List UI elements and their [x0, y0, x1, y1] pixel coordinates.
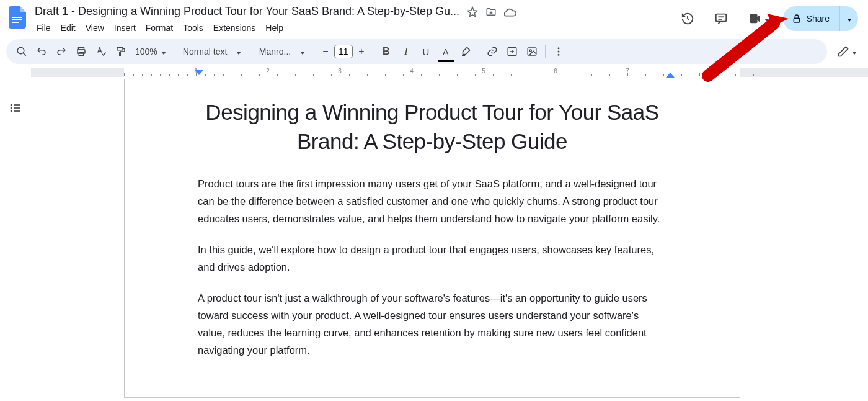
- document-paragraph[interactable]: Product tours are the first impression m…: [198, 175, 666, 227]
- paragraph-style-dropdown[interactable]: Normal text: [178, 47, 246, 56]
- menu-file[interactable]: File: [32, 20, 55, 35]
- svg-rect-24: [14, 107, 20, 109]
- print-icon[interactable]: [72, 43, 91, 60]
- share-dropdown-caret[interactable]: [839, 6, 858, 31]
- svg-point-21: [11, 104, 12, 106]
- separator: [373, 45, 373, 58]
- svg-rect-12: [117, 47, 123, 50]
- bold-button[interactable]: B: [377, 43, 396, 60]
- font-size-input[interactable]: [334, 45, 353, 58]
- document-title[interactable]: Draft 1 - Designing a Winning Product To…: [32, 4, 462, 19]
- svg-point-25: [11, 110, 12, 112]
- document-canvas[interactable]: Designing a Winning Product Tour for You…: [31, 79, 868, 399]
- comments-icon[interactable]: [709, 6, 733, 31]
- menu-format[interactable]: Format: [141, 20, 177, 35]
- svg-rect-6: [794, 18, 799, 22]
- title-area: Draft 1 - Designing a Winning Product To…: [32, 4, 675, 35]
- svg-point-23: [11, 107, 12, 109]
- document-outline-icon[interactable]: [5, 97, 26, 119]
- pencil-icon: [837, 45, 849, 58]
- document-paragraph[interactable]: In this guide, we'll explore how to desi…: [198, 241, 666, 276]
- svg-rect-22: [14, 104, 20, 106]
- workspace: Designing a Winning Product Tour for You…: [0, 79, 868, 399]
- italic-button[interactable]: I: [397, 43, 415, 60]
- svg-rect-16: [528, 48, 536, 55]
- meet-icon[interactable]: [742, 6, 774, 31]
- underline-button[interactable]: U: [417, 43, 435, 60]
- svg-point-7: [17, 47, 24, 54]
- svg-rect-0: [12, 17, 22, 18]
- move-icon[interactable]: [485, 6, 497, 17]
- font-size-decrease[interactable]: −: [318, 44, 333, 59]
- paint-format-icon[interactable]: [112, 43, 130, 60]
- zoom-dropdown[interactable]: 100%: [131, 47, 170, 56]
- formatting-toolbar: 100% Normal text Manro... − + B I U A: [6, 39, 827, 64]
- toolbar-row: 100% Normal text Manro... − + B I U A: [0, 35, 868, 64]
- cloud-status-icon[interactable]: [504, 6, 516, 18]
- insert-link-icon[interactable]: [483, 43, 502, 60]
- menu-extensions[interactable]: Extensions: [209, 20, 260, 35]
- more-toolbar-icon[interactable]: [549, 43, 568, 60]
- share-label: Share: [807, 14, 830, 24]
- document-heading[interactable]: Designing a Winning Product Tour for You…: [198, 97, 666, 156]
- menu-bar: File Edit View Insert Format Tools Exten…: [32, 20, 675, 35]
- font-dropdown[interactable]: Manro...: [254, 47, 310, 56]
- font-size-control: − +: [318, 44, 369, 59]
- insert-image-icon[interactable]: [523, 43, 541, 60]
- spellcheck-icon[interactable]: [92, 43, 110, 60]
- svg-point-19: [557, 51, 559, 53]
- redo-icon[interactable]: [52, 43, 71, 60]
- menu-insert[interactable]: Insert: [110, 20, 140, 35]
- separator: [314, 45, 314, 58]
- share-button-group: Share: [783, 6, 858, 31]
- lock-icon: [792, 14, 802, 24]
- header-right-controls: Share: [675, 4, 862, 31]
- svg-rect-26: [14, 110, 20, 112]
- app-header: Draft 1 - Designing a Winning Product To…: [0, 0, 868, 35]
- first-line-indent-marker[interactable]: [195, 70, 203, 76]
- menu-help[interactable]: Help: [261, 20, 288, 35]
- document-page: Designing a Winning Product Tour for You…: [124, 79, 740, 398]
- highlight-button[interactable]: [456, 43, 475, 60]
- share-button[interactable]: Share: [783, 6, 839, 31]
- svg-point-18: [557, 47, 559, 49]
- menu-edit[interactable]: Edit: [56, 20, 80, 35]
- font-size-increase[interactable]: +: [354, 44, 369, 59]
- right-indent-marker[interactable]: [666, 73, 675, 79]
- history-icon[interactable]: [675, 6, 700, 31]
- separator: [174, 45, 174, 58]
- add-comment-icon[interactable]: [503, 43, 521, 60]
- docs-logo-icon[interactable]: [6, 6, 29, 29]
- svg-line-8: [23, 53, 26, 56]
- left-sidebar: [0, 79, 31, 399]
- search-icon[interactable]: [12, 43, 31, 60]
- svg-rect-3: [715, 14, 726, 22]
- svg-rect-2: [12, 22, 19, 23]
- separator: [479, 45, 479, 58]
- text-color-button[interactable]: A: [436, 43, 455, 60]
- separator: [545, 45, 546, 58]
- svg-point-20: [557, 54, 559, 56]
- horizontal-ruler[interactable]: 1234567: [31, 68, 868, 79]
- svg-rect-1: [12, 19, 22, 20]
- undo-icon[interactable]: [32, 43, 51, 60]
- editing-mode-dropdown[interactable]: [837, 45, 862, 58]
- star-icon[interactable]: [467, 6, 478, 17]
- separator: [250, 45, 250, 58]
- menu-view[interactable]: View: [81, 20, 108, 35]
- document-paragraph[interactable]: A product tour isn't just a walkthrough …: [198, 289, 666, 359]
- svg-point-17: [529, 50, 531, 52]
- menu-tools[interactable]: Tools: [179, 20, 208, 35]
